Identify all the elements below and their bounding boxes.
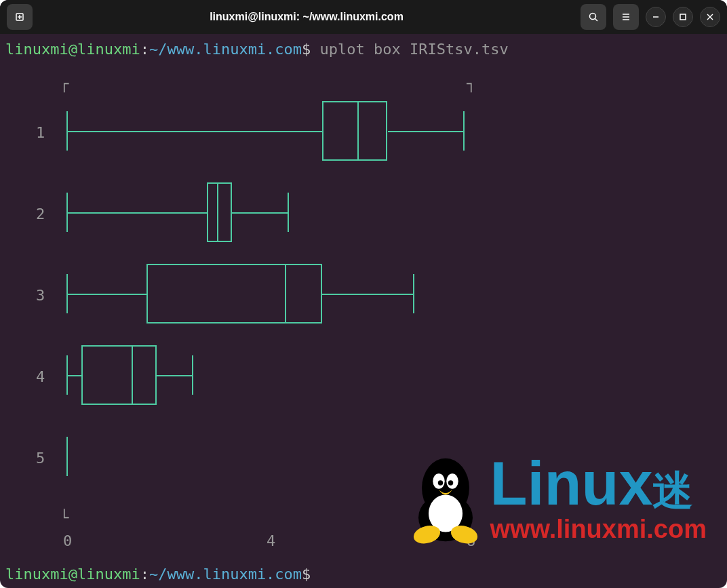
axis-corner-top-right: ┐ bbox=[467, 74, 475, 95]
axis-corner-bot-left: └ bbox=[60, 508, 68, 529]
y-label-2: 2 bbox=[36, 204, 45, 225]
svg-point-17 bbox=[438, 480, 444, 486]
new-tab-button[interactable] bbox=[7, 4, 33, 30]
tux-icon bbox=[401, 446, 490, 547]
maximize-button[interactable] bbox=[673, 7, 693, 27]
terminal-content[interactable]: linuxmi@linuxmi:~/www.linuxmi.com$ uplot… bbox=[0, 34, 727, 588]
prompt-path-2: ~/www.linuxmi.com bbox=[149, 566, 302, 583]
terminal-window: linuxmi@linuxmi: ~/www.linuxmi.com bbox=[0, 0, 727, 588]
prompt-user-host-2: linuxmi@linuxmi bbox=[5, 566, 140, 583]
y-label-5: 5 bbox=[36, 448, 45, 469]
prompt-line-2: linuxmi@linuxmi:~/www.linuxmi.com$ bbox=[5, 564, 311, 585]
watermark-suffix: 迷 bbox=[652, 468, 693, 513]
x-label-4: 4 bbox=[267, 531, 275, 552]
y-label-3: 3 bbox=[36, 286, 45, 307]
prompt-user-host: linuxmi@linuxmi bbox=[5, 41, 140, 58]
y-label-4: 4 bbox=[36, 367, 45, 388]
y-label-1: 1 bbox=[36, 123, 45, 144]
command-text: uplot box IRIStsv.tsv bbox=[320, 41, 509, 58]
minimize-button[interactable] bbox=[646, 7, 666, 27]
window-title: linuxmi@linuxmi: ~/www.linuxmi.com bbox=[38, 11, 575, 23]
svg-line-4 bbox=[595, 19, 598, 22]
svg-point-3 bbox=[590, 14, 596, 20]
axis-corner-top-left: ┌ bbox=[60, 74, 68, 95]
search-button[interactable] bbox=[581, 4, 606, 30]
close-button[interactable] bbox=[700, 7, 720, 27]
watermark-brand: Linux bbox=[490, 450, 652, 517]
watermark-url: www.linuxmi.com bbox=[490, 511, 707, 547]
x-label-0: 0 bbox=[63, 531, 72, 552]
svg-rect-9 bbox=[680, 14, 686, 20]
prompt-line: linuxmi@linuxmi:~/www.linuxmi.com$ uplot… bbox=[5, 39, 722, 60]
menu-button[interactable] bbox=[613, 4, 639, 30]
prompt-separator: : bbox=[140, 41, 149, 58]
prompt-dollar: $ bbox=[302, 41, 311, 58]
watermark: Linux迷 www.linuxmi.com bbox=[401, 446, 707, 547]
prompt-path: ~/www.linuxmi.com bbox=[149, 41, 302, 58]
svg-point-18 bbox=[448, 480, 454, 486]
titlebar: linuxmi@linuxmi: ~/www.linuxmi.com bbox=[0, 0, 727, 34]
